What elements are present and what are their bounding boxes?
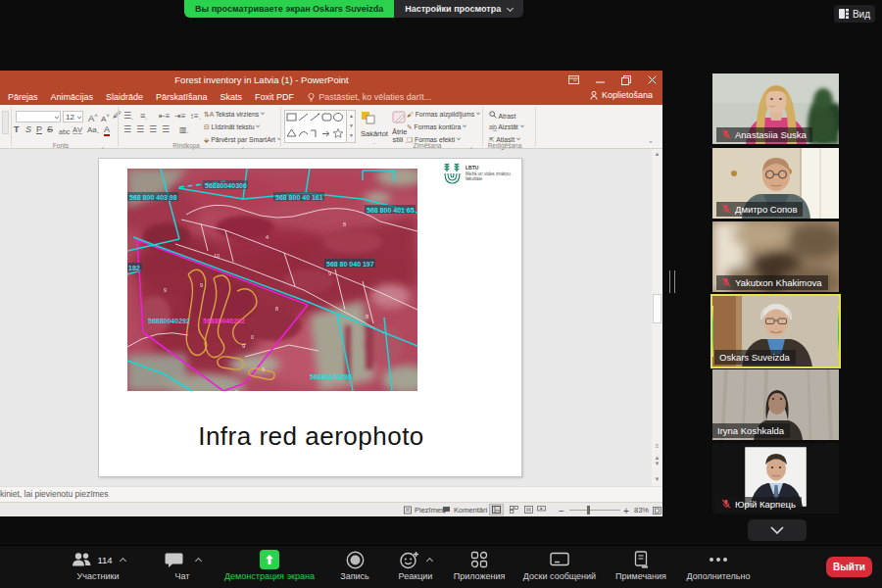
powerpoint-window: Forest inventory in Latvia (1) - PowerPo… [0, 71, 662, 516]
decrease-indent-button[interactable]: ⇤≡ [159, 112, 170, 121]
tab-parskatisana[interactable]: Pārskatīšana [156, 92, 208, 102]
panel-resize-handle[interactable] [669, 270, 675, 293]
bullets-button[interactable]: ☰˯ [123, 112, 133, 122]
view-button[interactable]: Вид [834, 5, 875, 23]
next-slide-buttons[interactable]: ▲▼ [652, 455, 662, 466]
notes-button[interactable]: Примечания [604, 548, 678, 581]
scrollbar-thumb[interactable] [653, 294, 662, 323]
align-text-button[interactable]: ⊟ Līdzināt tekstu [204, 123, 260, 131]
bold-button[interactable]: T [14, 125, 20, 134]
line-spacing-button[interactable]: ↕≡˯ [190, 112, 201, 122]
zoom-slider-track[interactable] [569, 510, 620, 511]
fit-slide-button[interactable] [650, 505, 662, 516]
view-options-button[interactable]: Настройки просмотра [394, 0, 523, 18]
strikethrough-button[interactable]: S [47, 125, 53, 134]
chat-button[interactable]: Чат [153, 548, 212, 581]
svg-text:9: 9 [242, 343, 245, 349]
ribbon-clipped-control [2, 111, 9, 134]
tell-me-search[interactable]: Pastāstiet, ko vēlaties darīt... [308, 92, 431, 102]
italic-button[interactable]: S [25, 125, 31, 134]
scroll-up-arrow[interactable]: ▲ [652, 151, 662, 157]
participants-button[interactable]: 114 Участники [54, 548, 142, 581]
zoom-slider-knob[interactable] [587, 506, 590, 514]
collapse-tiles-button[interactable] [748, 519, 807, 541]
shrink-font-button[interactable]: A˅ [101, 112, 110, 123]
fonts-dialog-launcher[interactable]: ⌟ [101, 142, 104, 149]
participant-tile-yurii[interactable]: Юрій Карпець [712, 443, 839, 514]
ribbon-display-options-button[interactable] [561, 71, 586, 89]
scroll-down-arrow[interactable]: ▼ [652, 476, 662, 482]
convert-smartart-button[interactable]: ⬙ Pārvērst par SmartArt [204, 136, 281, 144]
participant-name: Дмитро Сопов [735, 204, 797, 215]
leave-meeting-button[interactable]: Выйти [826, 557, 872, 577]
comments-toggle[interactable]: Komentāri [442, 506, 487, 514]
font-color-button[interactable]: A [104, 125, 110, 136]
svg-text:8: 8 [343, 221, 346, 227]
font-size-combo[interactable]: 12 [63, 111, 83, 122]
ppt-titlebar[interactable]: Forest inventory in Latvia (1) - PowerPo… [0, 71, 662, 89]
notes-hint-text: kiniet, lai pievienotu piezīmes [0, 489, 109, 499]
slideshow-view-button[interactable] [534, 504, 549, 515]
participant-tile-yakutxon[interactable]: Yakutxon Khakimova [712, 221, 839, 292]
columns-button[interactable]: ▥˯ [179, 125, 189, 135]
shapes-gallery[interactable] [284, 110, 347, 143]
chat-icon [165, 552, 183, 568]
restore-button[interactable] [613, 71, 639, 89]
record-label: Запись [340, 571, 369, 581]
whiteboards-button[interactable]: Доски сообщений [514, 548, 606, 581]
participant-tile-dmytro[interactable]: Дмитро Сопов [712, 148, 839, 219]
group-divider [535, 107, 536, 146]
shape-outline-button[interactable]: ✎ Formas kontūra [407, 123, 466, 131]
tab-skats[interactable]: Skats [220, 92, 243, 102]
zoom-percentage[interactable]: 83% [634, 506, 649, 514]
align-left-button[interactable]: ☰ [123, 125, 131, 134]
text-direction-button[interactable]: ⇅A Teksta virziens [204, 111, 265, 119]
underline-button[interactable]: P [36, 125, 42, 134]
notes-toggle[interactable]: Piezīmes [404, 506, 445, 514]
zimesana-dialog-launcher[interactable]: ⌟ [469, 142, 472, 149]
zoom-in-button[interactable]: + [623, 506, 629, 516]
text-shadow-button[interactable]: abc [59, 127, 70, 136]
notes-hint-bar[interactable]: kiniet, lai pievienotu piezīmes [0, 486, 662, 502]
chevron-up-icon [194, 558, 201, 564]
previous-slide-button[interactable]: ≡ [652, 443, 662, 449]
numbering-button[interactable]: ≡˯ [140, 112, 147, 122]
share-screen-button[interactable]: Демонстрация экрана [212, 548, 327, 581]
normal-view-icon [492, 506, 501, 514]
ppt-vertical-scrollbar[interactable]: ▲ ≡ ▲▼ ▼ [652, 149, 662, 486]
participant-name: Yakutxon Khakimova [735, 277, 822, 288]
find-button[interactable]: Atrast [489, 111, 515, 120]
participant-tile-oskars-active-speaker[interactable]: Oskars Suveizda [712, 296, 839, 367]
tab-animacijas[interactable]: Animācijas [51, 92, 94, 102]
increase-indent-button[interactable]: ⇥≡ [174, 112, 185, 121]
slide-sorter-view-button[interactable] [507, 504, 521, 515]
change-case-button[interactable]: Aa˯ [87, 125, 99, 134]
koplietosana-share-button[interactable]: Koplietošana [590, 90, 653, 100]
font-name-combo[interactable] [16, 111, 61, 122]
collapse-ribbon-button[interactable]: ⌃ [648, 140, 654, 148]
normal-view-button[interactable] [489, 504, 504, 515]
apps-button[interactable]: Приложения [445, 548, 514, 581]
more-button[interactable]: Дополнительно [678, 548, 759, 581]
replace-button[interactable]: ab̲ Aizstāt [489, 123, 524, 130]
shape-fill-button[interactable]: 🖌 Formas aizpildījums [407, 111, 480, 118]
record-button[interactable]: Запись [325, 548, 384, 581]
arrange-button[interactable]: Sakārtot ˯ [361, 111, 388, 144]
zoom-out-button[interactable]: − [559, 506, 564, 516]
reactions-button[interactable]: Реакции [384, 548, 447, 581]
participant-tile-iryna[interactable]: Iryna Koshkalda [712, 369, 839, 440]
participant-tile-anastasiia[interactable]: Anastasiia Suska [712, 74, 839, 144]
char-spacing-button[interactable]: A̲V̲ [73, 125, 82, 134]
tab-parejas[interactable]: Pārejas [8, 92, 38, 102]
quick-styles-button[interactable]: Ātriestili ˯ [392, 111, 407, 144]
grow-font-button[interactable]: A˄ [88, 112, 98, 122]
slide-title[interactable]: Infra red aerophoto [99, 421, 523, 452]
shapes-scroll[interactable]: ▲▼▼ [348, 110, 356, 143]
close-button[interactable] [639, 71, 662, 89]
tab-slaidrade[interactable]: Slaidrāde [106, 92, 143, 102]
align-center-button[interactable]: ☰ [136, 125, 144, 134]
justify-button[interactable]: ☰ [162, 125, 170, 134]
tab-foxit-pdf[interactable]: Foxit PDF [255, 92, 294, 102]
minimize-button[interactable] [588, 71, 613, 89]
align-right-button[interactable]: ☰ [149, 125, 157, 134]
